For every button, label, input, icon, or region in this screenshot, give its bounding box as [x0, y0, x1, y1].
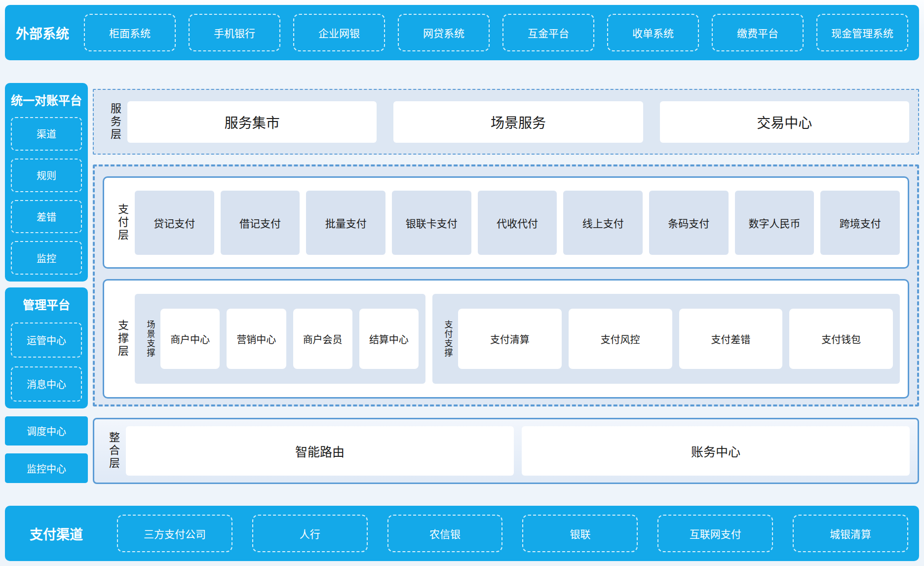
payment-support-group: 支付支撑 支付清算 支付风控 支付差错 支付钱包 — [432, 294, 900, 384]
service-layer-items: 服务集市 场景服务 交易中心 — [127, 101, 909, 143]
external-system-item-corp-ebank: 企业网银 — [293, 14, 385, 51]
payment-item-online: 线上支付 — [563, 191, 643, 255]
scene-support-group: 场景支撑 商户中心 营销中心 商户会员 结算中心 — [135, 294, 425, 384]
paysup-item-wallet: 支付钱包 — [789, 309, 893, 369]
payment-layer-items: 贷记支付 借记支付 批量支付 银联卡支付 代收代付 线上支付 条码支付 数字人民… — [135, 191, 900, 255]
scene-support-items: 商户中心 营销中心 商户会员 结算中心 — [160, 309, 419, 369]
reconciliation-item-monitoring: 监控 — [11, 241, 82, 275]
integration-item-smart-routing: 智能路由 — [126, 426, 514, 476]
paysup-item-clearing: 支付清算 — [458, 309, 562, 369]
scheduling-center-box: 调度中心 — [5, 416, 88, 445]
management-item-operations-center: 运管中心 — [11, 323, 82, 358]
paysup-item-error-handling: 支付差错 — [679, 309, 783, 369]
integration-item-accounting-center: 账务中心 — [522, 426, 910, 476]
support-layer-groups: 场景支撑 商户中心 营销中心 商户会员 结算中心 支付支撑 支付清算 — [135, 294, 900, 384]
external-system-item-internet-finance: 互金平台 — [502, 14, 594, 51]
external-systems-bar: 外部系统 柜面系统 手机银行 企业网银 网贷系统 互金平台 收单系统 缴费平台 … — [5, 5, 919, 60]
service-layer: 服务层 服务集市 场景服务 交易中心 — [93, 89, 919, 155]
core-layers-container: 支付层 贷记支付 借记支付 批量支付 银联卡支付 代收代付 线上支付 条码支付 … — [93, 164, 919, 406]
middle-region: 统一对账平台 渠道 规则 差错 监控 管理平台 运管中心 消息中心 调度中心 监… — [5, 83, 919, 485]
reconciliation-platform-title: 统一对账平台 — [11, 83, 82, 109]
payment-layer-label: 支付层 — [109, 203, 135, 242]
left-sidebar: 统一对账平台 渠道 规则 差错 监控 管理平台 运管中心 消息中心 调度中心 监… — [5, 83, 88, 485]
main-column: 服务层 服务集市 场景服务 交易中心 支付层 贷记支付 借记支付 批量支付 银联… — [93, 83, 919, 485]
external-system-item-acquiring: 收单系统 — [607, 14, 699, 51]
scene-item-merchant-member: 商户会员 — [293, 309, 352, 369]
integration-layer: 整合层 智能路由 账务中心 — [93, 418, 919, 484]
scene-item-marketing-center: 营销中心 — [227, 309, 286, 369]
integration-layer-items: 智能路由 账务中心 — [126, 426, 910, 476]
support-layer-label: 支撑层 — [109, 320, 135, 358]
channel-item-city-bank-clearing: 城银清算 — [793, 515, 908, 552]
scene-item-settlement-center: 结算中心 — [359, 309, 419, 369]
paysup-item-risk-control: 支付风控 — [569, 309, 672, 369]
payment-item-cross-border: 跨境支付 — [820, 191, 900, 255]
service-item-transaction-center: 交易中心 — [660, 101, 909, 143]
service-item-service-market: 服务集市 — [127, 101, 377, 143]
service-layer-label: 服务层 — [102, 103, 127, 141]
support-layer: 支撑层 场景支撑 商户中心 营销中心 商户会员 结算中心 — [103, 279, 909, 399]
external-systems-items: 柜面系统 手机银行 企业网银 网贷系统 互金平台 收单系统 缴费平台 现金管理系… — [84, 14, 908, 51]
reconciliation-item-channel: 渠道 — [11, 117, 82, 151]
reconciliation-item-errors: 差错 — [11, 200, 82, 234]
reconciliation-platform-block: 统一对账平台 渠道 规则 差错 监控 — [5, 83, 88, 282]
channel-item-internet-payment: 互联网支付 — [657, 515, 773, 552]
payment-architecture-diagram: 外部系统 柜面系统 手机银行 企业网银 网贷系统 互金平台 收单系统 缴费平台 … — [0, 0, 924, 566]
channel-item-pboc: 人行 — [252, 515, 368, 552]
payment-channels-title: 支付渠道 — [16, 524, 117, 543]
reconciliation-item-rules: 规则 — [11, 159, 82, 192]
payment-item-unionpay-card: 银联卡支付 — [392, 191, 471, 255]
payment-channels-bar: 支付渠道 三方支付公司 人行 农信银 银联 互联网支付 城银清算 — [5, 506, 919, 561]
external-system-item-mobile-bank: 手机银行 — [189, 14, 280, 51]
external-system-item-counter: 柜面系统 — [84, 14, 176, 51]
channel-item-rural-credit: 农信银 — [387, 515, 503, 552]
payment-item-debit: 借记支付 — [221, 191, 300, 255]
payment-item-credit: 贷记支付 — [135, 191, 214, 255]
management-platform-block: 管理平台 运管中心 消息中心 — [5, 287, 88, 408]
external-system-item-fee-payment: 缴费平台 — [712, 14, 804, 51]
payment-layer: 支付层 贷记支付 借记支付 批量支付 银联卡支付 代收代付 线上支付 条码支付 … — [103, 176, 909, 269]
integration-layer-label: 整合层 — [100, 432, 126, 470]
payment-channels-items: 三方支付公司 人行 农信银 银联 互联网支付 城银清算 — [117, 515, 908, 552]
channel-item-unionpay: 银联 — [522, 515, 638, 552]
payment-item-barcode: 条码支付 — [649, 191, 729, 255]
management-item-message-center: 消息中心 — [11, 366, 82, 402]
channel-item-third-party: 三方支付公司 — [117, 515, 232, 552]
management-platform-title: 管理平台 — [11, 287, 82, 314]
payment-item-batch: 批量支付 — [306, 191, 385, 255]
payment-item-collection: 代收代付 — [478, 191, 557, 255]
payment-support-label: 支付支撑 — [437, 320, 458, 358]
external-systems-title: 外部系统 — [16, 23, 84, 42]
external-system-item-online-loan: 网贷系统 — [398, 14, 490, 51]
service-item-scene-service: 场景服务 — [393, 101, 643, 143]
payment-item-digital-rmb: 数字人民币 — [735, 191, 814, 255]
monitoring-center-box: 监控中心 — [5, 453, 88, 483]
external-system-item-cash-mgmt: 现金管理系统 — [816, 14, 908, 51]
scene-item-merchant-center: 商户中心 — [160, 309, 220, 369]
scene-support-label: 场景支撑 — [140, 320, 160, 358]
payment-support-items: 支付清算 支付风控 支付差错 支付钱包 — [458, 309, 893, 369]
